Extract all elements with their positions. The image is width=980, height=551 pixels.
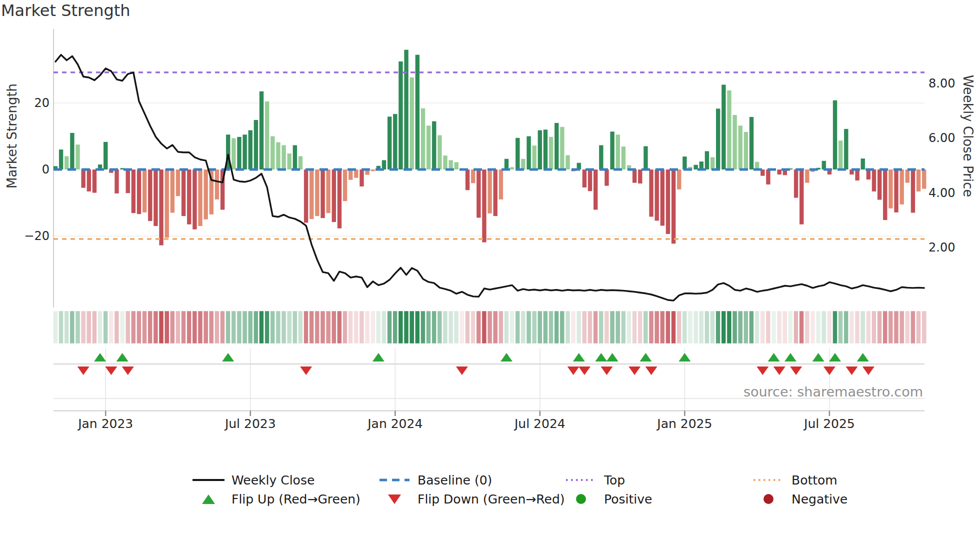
strength-bar bbox=[916, 170, 920, 192]
strength-bar bbox=[270, 136, 274, 170]
heatmap-cell bbox=[760, 310, 766, 344]
flip-down-icon bbox=[646, 366, 658, 375]
heatmap-cell bbox=[459, 310, 464, 344]
strength-bar bbox=[622, 146, 626, 170]
flip-down-icon bbox=[568, 366, 580, 375]
heatmap-cell bbox=[208, 310, 214, 344]
heatmap-cell bbox=[492, 310, 498, 344]
strength-bar bbox=[738, 126, 742, 170]
strength-bar bbox=[710, 157, 714, 170]
strength-bar bbox=[554, 123, 558, 170]
heatmap-cell bbox=[693, 310, 698, 344]
strength-bar bbox=[638, 170, 642, 184]
heatmap-cell bbox=[632, 310, 638, 344]
strength-bar bbox=[549, 137, 553, 170]
heatmap-cell bbox=[576, 310, 582, 344]
strength-bar bbox=[526, 136, 530, 170]
heatmap-cell bbox=[626, 310, 632, 344]
flip-up-icon bbox=[500, 353, 512, 362]
strength-bar bbox=[204, 170, 208, 220]
strength-bar bbox=[114, 170, 118, 194]
flip-down-icon bbox=[578, 366, 590, 375]
heatmap-cell bbox=[298, 310, 303, 344]
strength-bar bbox=[170, 170, 174, 212]
strength-bar bbox=[504, 159, 508, 170]
heatmap-cell bbox=[470, 310, 476, 344]
heatmap-cell bbox=[710, 310, 715, 344]
flip-up-icon bbox=[116, 353, 128, 362]
heatmap-cell bbox=[520, 310, 526, 344]
heatmap-cell bbox=[392, 310, 398, 344]
heatmap-cell bbox=[554, 310, 560, 344]
market-strength-chart: Market Strength Market Strength Weekly C… bbox=[0, 0, 980, 551]
strength-bar bbox=[677, 170, 681, 190]
strength-bar bbox=[315, 170, 319, 216]
strength-bar bbox=[777, 170, 781, 174]
strength-bar bbox=[70, 133, 74, 170]
strength-bar bbox=[883, 170, 887, 220]
strength-bar bbox=[494, 170, 498, 216]
heatmap-cell bbox=[560, 310, 565, 344]
strength-bar bbox=[426, 126, 430, 170]
strength-bar bbox=[288, 154, 292, 170]
heatmap-cell bbox=[125, 310, 130, 344]
x-axis-tick: Jan 2023 bbox=[77, 416, 133, 431]
strength-bar bbox=[532, 146, 536, 170]
heatmap-cell bbox=[108, 310, 114, 344]
heatmap-cell bbox=[871, 310, 876, 344]
flip-down-icon bbox=[756, 366, 768, 375]
strength-bar bbox=[654, 170, 658, 220]
right-axis-tick: 6.00 bbox=[928, 131, 955, 145]
heatmap-cell bbox=[899, 310, 904, 344]
strength-bar bbox=[126, 170, 130, 193]
strength-bar bbox=[165, 170, 169, 238]
heatmap-cell bbox=[253, 310, 258, 344]
heatmap-cell bbox=[844, 310, 849, 344]
heatmap-cell bbox=[170, 310, 175, 344]
heatmap-cell bbox=[638, 310, 643, 344]
flip-down-markers bbox=[78, 366, 874, 375]
strength-bar bbox=[448, 160, 452, 170]
heatmap-cell bbox=[364, 310, 370, 344]
x-axis-tick: Jul 2023 bbox=[224, 416, 276, 431]
chart-plot-area: 200−208.006.004.002.00Jan 2023Jul 2023Ja… bbox=[0, 0, 980, 551]
flip-down-icon bbox=[824, 366, 836, 375]
right-axis-tick: 4.00 bbox=[928, 186, 955, 200]
heatmap-cell bbox=[704, 310, 710, 344]
strength-bar bbox=[471, 170, 475, 183]
heatmap-cell bbox=[771, 310, 776, 344]
heatmap-cell bbox=[665, 310, 670, 344]
strength-bar bbox=[76, 144, 80, 170]
heatmap-cell bbox=[387, 310, 392, 344]
heatmap-cell bbox=[766, 310, 771, 344]
strength-bar bbox=[304, 170, 308, 222]
heatmap-cell bbox=[537, 310, 542, 344]
heatmap-cell bbox=[776, 310, 782, 344]
strength-bar bbox=[154, 170, 158, 226]
strength-bar bbox=[566, 155, 570, 170]
heatmap-cell bbox=[414, 310, 420, 344]
strength-bar bbox=[599, 145, 603, 170]
flip-up-icon bbox=[768, 353, 780, 362]
strength-bar bbox=[833, 100, 837, 170]
strength-bar bbox=[716, 108, 720, 170]
strength-bar bbox=[482, 170, 486, 242]
heatmap-cell bbox=[565, 310, 570, 344]
strength-bar bbox=[338, 170, 342, 228]
strength-bar bbox=[454, 162, 458, 170]
heatmap-cell bbox=[498, 310, 504, 344]
heatmap-cell bbox=[320, 310, 326, 344]
strength-bar bbox=[616, 134, 620, 170]
heatmap-cell bbox=[398, 310, 404, 344]
heatmap-cell bbox=[660, 310, 665, 344]
flip-up-icon bbox=[606, 353, 618, 362]
heatmap-cell bbox=[114, 310, 120, 344]
strength-bar bbox=[594, 170, 598, 210]
heatmap-cell bbox=[788, 310, 793, 344]
strength-bar bbox=[872, 170, 876, 192]
strength-bar bbox=[215, 170, 219, 200]
heatmap-cell bbox=[153, 310, 158, 344]
strength-bar bbox=[87, 170, 91, 192]
heatmap-cell bbox=[359, 310, 364, 344]
strength-bar bbox=[182, 170, 186, 216]
